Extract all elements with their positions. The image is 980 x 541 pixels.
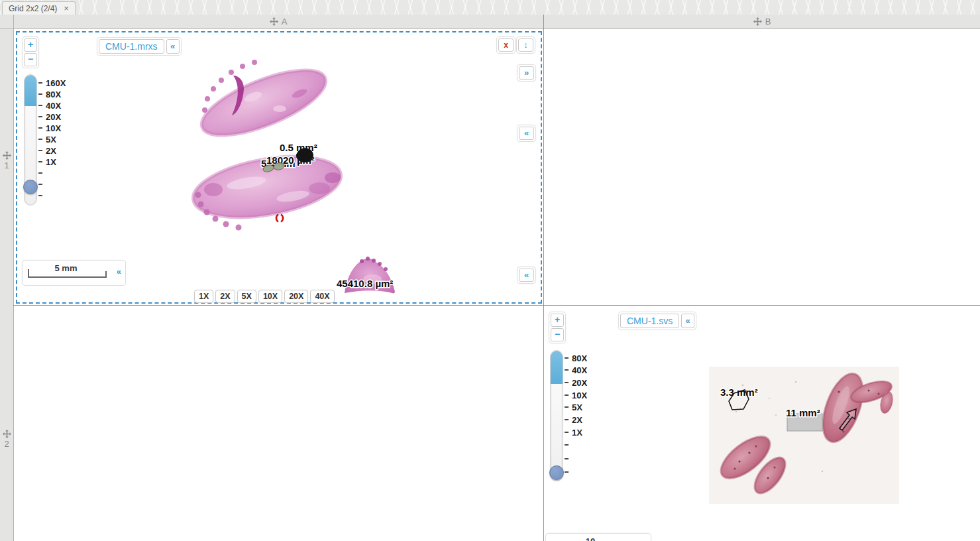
move-icon <box>753 17 762 26</box>
row-header-1-label: 1 <box>4 160 9 170</box>
tab-label: Grid 2x2 (2/4) <box>9 4 57 13</box>
zoom-tick-blank <box>565 471 569 473</box>
expand-panel-button[interactable]: » <box>517 64 536 82</box>
vertical-resize-icon: ↕ <box>518 38 533 52</box>
zoom-tick-80x[interactable]: 80X <box>565 354 587 362</box>
collapse-name-button[interactable]: « <box>681 314 694 328</box>
scale-bar-a: 5 mm « <box>22 260 126 286</box>
annotation-rect[interactable]: 11 mm² <box>786 407 822 431</box>
slide-canvas-b[interactable]: 3.3 mm² 11 mm² <box>544 306 980 541</box>
move-icon <box>270 17 278 26</box>
zoom-tick-blank <box>38 195 42 196</box>
slide-name-chip-a: CMU-1.mrxs « <box>97 37 182 56</box>
slide-filename[interactable]: CMU-1.mrxs <box>99 39 164 54</box>
move-icon <box>3 151 11 160</box>
zoom-preset-bar: 1X 2X 5X 10X 20X 40X <box>194 290 335 303</box>
zoom-tick-20x[interactable]: 20X <box>565 379 587 387</box>
zoom-tick-1x[interactable]: 1X <box>38 158 56 166</box>
zoom-tick-2x[interactable]: 2X <box>38 147 56 154</box>
preset-10x-button[interactable]: 10X <box>258 290 282 303</box>
zoom-tick-160x[interactable]: 160X <box>38 79 66 87</box>
column-header-a-label: A <box>282 17 288 27</box>
zoom-tick-80x[interactable]: 80X <box>38 90 61 98</box>
scale-bar-line <box>28 276 107 278</box>
column-header-a[interactable]: A <box>13 15 543 29</box>
tissue-piece-upper <box>194 57 334 149</box>
zoom-out-button[interactable]: − <box>24 53 37 66</box>
chevron-left-icon: « <box>519 127 534 140</box>
grid-corner-cell <box>0 15 14 29</box>
zoom-slider-track-b[interactable] <box>550 350 563 481</box>
zoom-tick-blank <box>565 444 569 446</box>
zoom-tick-40x[interactable]: 40X <box>565 366 587 374</box>
collapse-name-button[interactable]: « <box>166 39 180 54</box>
zoom-slider-fill <box>551 351 563 384</box>
scale-bar-label: 5 mm <box>23 263 109 273</box>
zoom-tick-10x[interactable]: 10X <box>565 391 587 399</box>
zoom-control-a: + − <box>22 36 39 68</box>
row-header-strip <box>0 29 14 541</box>
chevron-right-icon: » <box>519 66 534 80</box>
zoom-out-button[interactable]: − <box>551 328 564 341</box>
zoom-tick-blank <box>565 458 569 459</box>
slide-filename[interactable]: CMU-1.svs <box>620 314 679 328</box>
column-header-b-label: B <box>765 17 771 27</box>
preset-5x-button[interactable]: 5X <box>237 290 256 303</box>
zoom-tick-1x[interactable]: 1X <box>565 428 582 436</box>
zoom-in-button[interactable]: + <box>551 314 564 327</box>
chevron-left-icon: « <box>519 269 534 282</box>
annotation-area-bottom[interactable]: 45410.8 µm² <box>337 278 393 289</box>
preset-20x-button[interactable]: 20X <box>284 290 308 303</box>
move-icon <box>3 430 11 438</box>
tab-bar: Grid 2x2 (2/4) × <box>0 0 980 15</box>
zoom-in-button[interactable]: + <box>24 38 37 52</box>
resize-vertical-button[interactable]: ↕ <box>516 36 535 54</box>
close-icon: x <box>498 38 514 52</box>
column-header-b[interactable]: B <box>544 15 980 29</box>
scale-bar-label: 10 <box>546 536 635 541</box>
collapse-side-button-upper[interactable]: « <box>517 125 536 142</box>
zoom-tick-40x[interactable]: 40X <box>38 101 61 109</box>
zoom-control-b: + − <box>549 312 566 343</box>
preset-40x-button[interactable]: 40X <box>310 290 334 303</box>
preset-2x-button[interactable]: 2X <box>215 290 235 303</box>
scale-bar-b-partial: 10 <box>545 533 651 541</box>
close-slide-button[interactable]: x <box>496 36 516 54</box>
zoom-tick-5x[interactable]: 5X <box>38 135 56 143</box>
preset-1x-button[interactable]: 1X <box>194 290 213 303</box>
scale-bar-collapse-button[interactable]: « <box>117 267 121 276</box>
slide-name-chip-b: CMU-1.svs « <box>618 312 696 330</box>
zoom-slider-fill <box>25 75 36 106</box>
zoom-tick-blank <box>38 172 42 174</box>
collapse-side-button-lower[interactable]: « <box>517 267 536 284</box>
zoom-tick-blank <box>38 184 42 185</box>
row-header-2[interactable]: 2 <box>0 430 13 449</box>
annotation-polygon-label[interactable]: 3.3 mm² <box>720 387 758 398</box>
annotation-rect-label[interactable]: 11 mm² <box>786 407 820 418</box>
tab-grid-2x2[interactable]: Grid 2x2 (2/4) × <box>2 1 76 15</box>
rotation-marker[interactable] <box>276 215 283 222</box>
zoom-tick-20x[interactable]: 20X <box>38 113 61 121</box>
zoom-slider-handle-a[interactable] <box>23 180 38 194</box>
zoom-tick-10x[interactable]: 10X <box>38 124 61 132</box>
annotation-area-bottom-label[interactable]: 45410.8 µm² <box>337 278 393 289</box>
row-header-2-label: 2 <box>4 439 9 449</box>
zoom-tick-5x[interactable]: 5X <box>565 403 582 411</box>
row-header-1[interactable]: 1 <box>0 151 13 170</box>
tab-close-icon[interactable]: × <box>64 4 69 13</box>
zoom-tick-2x[interactable]: 2X <box>565 416 582 424</box>
zoom-slider-handle-b[interactable] <box>549 465 564 480</box>
